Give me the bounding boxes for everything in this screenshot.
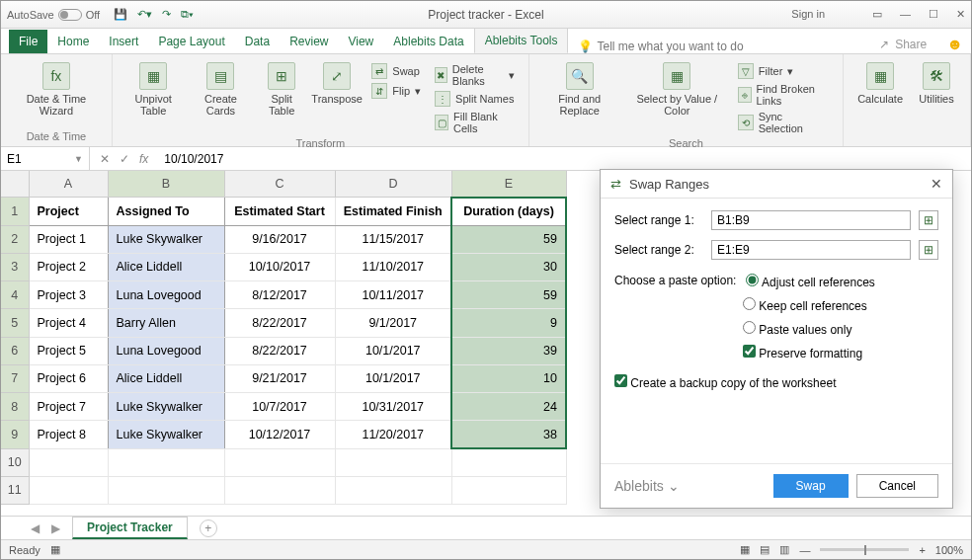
range1-picker-icon[interactable]: ⊞ [919, 210, 938, 230]
cell-empty[interactable] [224, 476, 335, 504]
enter-formula-icon[interactable]: ✓ [120, 152, 129, 166]
find-broken-links-button[interactable]: ⎆Find Broken Links [734, 82, 833, 108]
cell[interactable]: 38 [451, 421, 566, 448]
delete-blanks-button[interactable]: ✖Delete Blanks ▾ [431, 62, 519, 88]
cell[interactable]: Project 2 [29, 253, 108, 280]
tab-home[interactable]: Home [47, 30, 99, 53]
cancel-formula-icon[interactable]: ✕ [100, 152, 110, 166]
maximize-icon[interactable]: ☐ [929, 8, 938, 21]
tab-file[interactable]: File [9, 30, 47, 53]
fx-icon[interactable]: fx [139, 152, 148, 166]
cell[interactable]: 10/7/2017 [224, 393, 335, 421]
tab-view[interactable]: View [338, 30, 383, 53]
cell[interactable]: 8/22/2017 [224, 309, 335, 337]
row-header-6[interactable]: 6 [1, 337, 29, 364]
view-page-break-icon[interactable]: ▥ [779, 543, 789, 556]
row-header-7[interactable]: 7 [1, 364, 29, 392]
cell[interactable]: Project 4 [29, 309, 108, 337]
range1-input[interactable] [711, 210, 911, 230]
redo-icon[interactable]: ↷ [162, 8, 171, 21]
chk-preserve-formatting[interactable]: Preserve formatting [743, 345, 862, 360]
cell-empty[interactable] [451, 476, 566, 504]
cell[interactable]: 11/20/2017 [335, 421, 451, 448]
date-time-wizard-button[interactable]: fxDate & Time Wizard [11, 58, 102, 128]
header-cell[interactable]: Assigned To [108, 198, 224, 225]
zoom-level[interactable]: 100% [935, 544, 963, 556]
tell-me[interactable]: 💡 Tell me what you want to do [578, 40, 743, 53]
cell[interactable]: 10 [451, 364, 566, 392]
select-by-value-button[interactable]: ▦Select by Value / Color [626, 58, 728, 135]
sheet-tab-active[interactable]: Project Tracker [72, 517, 188, 539]
pane-close-icon[interactable]: ✕ [931, 176, 942, 192]
cell[interactable]: Luke Skywalker [108, 421, 224, 448]
zoom-in-icon[interactable]: + [919, 544, 925, 556]
cell[interactable]: 10/12/2017 [224, 421, 335, 448]
brand-label[interactable]: Ablebits ⌄ [614, 478, 680, 494]
cell[interactable]: 10/1/2017 [335, 337, 451, 364]
formula-input[interactable]: 10/10/2017 [158, 152, 971, 166]
row-header-1[interactable]: 1 [1, 198, 29, 225]
qat-icon[interactable]: ⧉▾ [181, 8, 194, 21]
row-header-10[interactable]: 10 [1, 448, 29, 476]
cell[interactable]: 59 [451, 225, 566, 253]
header-cell[interactable]: Estimated Start [224, 198, 335, 225]
cell[interactable]: 11/10/2017 [335, 253, 451, 280]
col-header-A[interactable]: A [29, 171, 108, 198]
cell[interactable]: Project 6 [29, 364, 108, 392]
range2-input[interactable] [711, 240, 911, 260]
transpose-button[interactable]: ⤢Transpose [312, 58, 362, 135]
close-icon[interactable]: ✕ [956, 8, 965, 21]
cell[interactable]: 30 [451, 253, 566, 280]
opt-keep-refs[interactable]: Keep cell references [743, 297, 867, 313]
cell[interactable]: Project 7 [29, 393, 108, 421]
cell-empty[interactable] [335, 448, 451, 476]
row-header-4[interactable]: 4 [1, 281, 29, 309]
cell[interactable]: 11/15/2017 [335, 225, 451, 253]
cell[interactable]: 9 [451, 309, 566, 337]
cell[interactable]: 10/31/2017 [335, 393, 451, 421]
cell-empty[interactable] [108, 476, 224, 504]
split-table-button[interactable]: ⊞Split Table [257, 58, 306, 135]
macro-icon[interactable]: ▦ [50, 543, 60, 556]
row-header-3[interactable]: 3 [1, 253, 29, 280]
opt-adjust-refs[interactable]: Adjust cell references [746, 274, 874, 289]
range2-picker-icon[interactable]: ⊞ [919, 240, 938, 260]
row-header-11[interactable]: 11 [1, 476, 29, 504]
tab-ablebits-data[interactable]: Ablebits Data [383, 30, 473, 53]
cell[interactable]: 9/21/2017 [224, 364, 335, 392]
cell[interactable]: Project 1 [29, 225, 108, 253]
cell-empty[interactable] [29, 448, 108, 476]
filter-button[interactable]: ▽Filter ▾ [734, 62, 833, 80]
header-cell[interactable]: Estimated Finish [335, 198, 451, 225]
minimize-icon[interactable]: ― [900, 8, 911, 21]
cell-empty[interactable] [29, 476, 108, 504]
cell[interactable]: Luke Skywalker [108, 225, 224, 253]
cell[interactable]: 59 [451, 281, 566, 309]
utilities-button[interactable]: 🛠Utilities [913, 58, 960, 128]
header-cell[interactable]: Duration (days) [451, 198, 566, 225]
sign-in-link[interactable]: Sign in [791, 8, 825, 21]
col-header-C[interactable]: C [224, 171, 335, 198]
create-cards-button[interactable]: ▤Create Cards [191, 58, 252, 135]
cell[interactable]: 8/22/2017 [224, 337, 335, 364]
new-sheet-icon[interactable]: + [200, 520, 217, 537]
tab-ablebits-tools[interactable]: Ablebits Tools [474, 28, 569, 53]
cell[interactable]: Luna Lovegood [108, 281, 224, 309]
col-header-D[interactable]: D [335, 171, 451, 198]
cell[interactable]: Luna Lovegood [108, 337, 224, 364]
cell[interactable]: Luke Skywalker [108, 393, 224, 421]
cell[interactable]: 9/16/2017 [224, 225, 335, 253]
cell[interactable]: 8/12/2017 [224, 281, 335, 309]
share-button[interactable]: ↗ Share ☻ [879, 36, 963, 53]
tab-insert[interactable]: Insert [99, 30, 148, 53]
cell[interactable]: Alice Liddell [108, 253, 224, 280]
view-page-layout-icon[interactable]: ▤ [760, 543, 770, 556]
opt-paste-values[interactable]: Paste values only [743, 321, 851, 337]
tab-page-layout[interactable]: Page Layout [148, 30, 234, 53]
row-header-5[interactable]: 5 [1, 309, 29, 337]
header-cell[interactable]: Project [29, 198, 108, 225]
feedback-icon[interactable]: ☻ [946, 36, 963, 53]
sheet-nav-prev-icon[interactable]: ◀ [31, 521, 40, 535]
col-header-B[interactable]: B [108, 171, 224, 198]
autosave-toggle[interactable] [58, 9, 82, 21]
